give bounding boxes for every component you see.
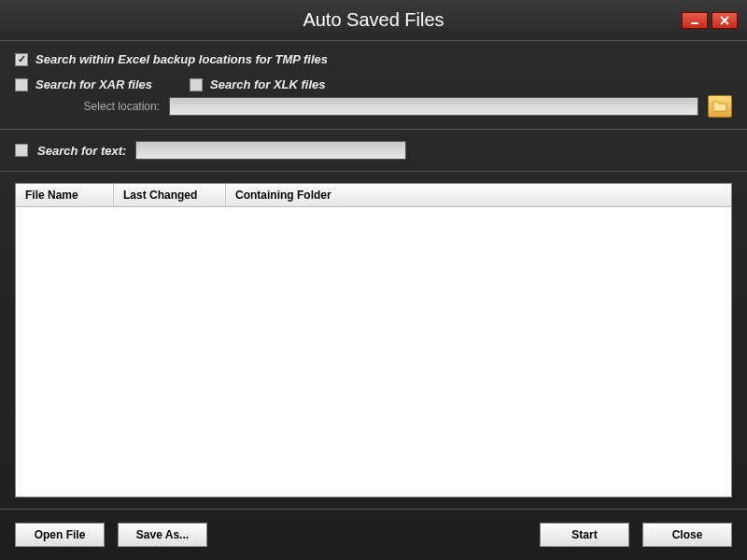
table-body [16, 207, 731, 497]
results-table[interactable]: File Name Last Changed Containing Folder [15, 183, 732, 497]
results-section: File Name Last Changed Containing Folder [0, 172, 747, 510]
close-icon [720, 16, 729, 25]
search-text-label: Search for text: [37, 144, 126, 158]
location-row: Select location: [15, 95, 732, 118]
search-text-row: Search for text: [15, 141, 732, 160]
search-options-section: Search within Excel backup locations for… [0, 41, 747, 130]
search-text-input[interactable] [135, 141, 406, 160]
spacer [220, 523, 527, 547]
minimize-icon [690, 16, 699, 25]
folder-icon [712, 100, 727, 113]
xlk-checkbox[interactable] [190, 78, 203, 91]
tmp-checkbox-label: Search within Excel backup locations for… [35, 52, 328, 66]
tmp-checkbox-row: Search within Excel backup locations for… [15, 52, 732, 66]
button-bar: Open File Save As... Start Close [0, 510, 747, 560]
column-last-changed[interactable]: Last Changed [114, 184, 226, 206]
table-header: File Name Last Changed Containing Folder [16, 184, 731, 207]
xar-checkbox-row: Search for XAR files [15, 77, 152, 91]
location-label: Select location: [15, 100, 160, 113]
titlebar: Auto Saved Files [0, 0, 747, 41]
close-button[interactable] [712, 12, 738, 29]
xlk-checkbox-row: Search for XLK files [190, 77, 326, 91]
minimize-button[interactable] [682, 12, 708, 29]
column-containing-folder[interactable]: Containing Folder [226, 184, 731, 206]
window-title: Auto Saved Files [303, 9, 444, 31]
close-dialog-button[interactable]: Close [642, 523, 732, 547]
location-input[interactable] [169, 97, 698, 116]
column-file-name[interactable]: File Name [16, 184, 114, 206]
browse-folder-button[interactable] [708, 95, 732, 118]
svg-rect-0 [691, 22, 698, 24]
window-controls [682, 12, 738, 29]
xar-checkbox[interactable] [15, 78, 28, 91]
tmp-checkbox[interactable] [15, 53, 28, 66]
start-button[interactable]: Start [540, 523, 629, 547]
xlk-checkbox-label: Search for XLK files [210, 77, 326, 91]
auto-saved-files-window: Auto Saved Files Search within Excel bac… [0, 0, 747, 560]
search-text-checkbox[interactable] [15, 144, 28, 157]
open-file-button[interactable]: Open File [15, 523, 105, 547]
file-type-row: Search for XAR files Search for XLK file… [15, 77, 732, 91]
save-as-button[interactable]: Save As... [118, 523, 207, 547]
search-text-section: Search for text: [0, 130, 747, 172]
xar-checkbox-label: Search for XAR files [35, 77, 152, 91]
